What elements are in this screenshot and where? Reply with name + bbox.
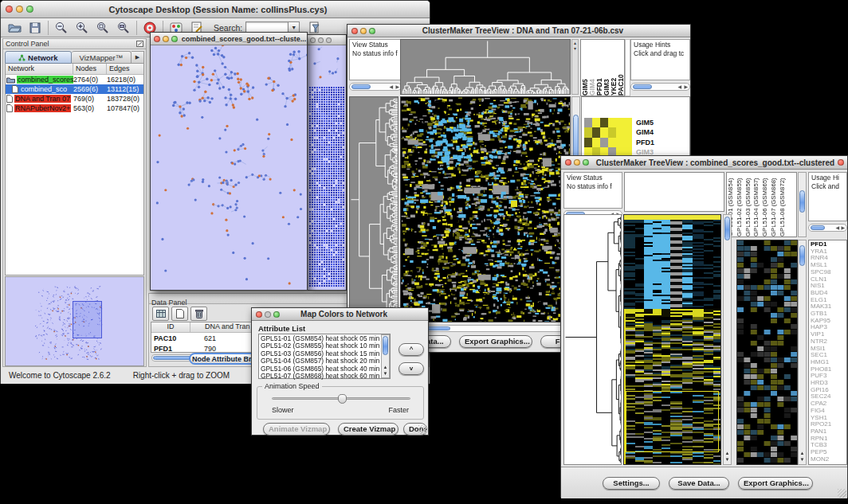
move-up-button[interactable]: ^ <box>398 343 424 356</box>
zoom-selected-icon[interactable] <box>92 19 113 37</box>
matrix-cell[interactable] <box>592 138 600 147</box>
matrix-cell[interactable] <box>616 127 624 137</box>
expression-heatmap-canvas[interactable] <box>624 215 720 464</box>
row-dendrogram-canvas[interactable] <box>350 97 398 322</box>
settings-button[interactable]: Settings... <box>603 477 660 490</box>
close-button[interactable] <box>310 37 316 43</box>
matrix-cell[interactable] <box>600 138 608 147</box>
id-column-header[interactable]: ID <box>151 322 190 332</box>
float-panel-icon[interactable] <box>136 41 143 47</box>
tab-network[interactable]: Network <box>5 51 72 64</box>
matrix-cell[interactable] <box>624 127 632 137</box>
minimize-button[interactable] <box>574 159 580 166</box>
usage-hints-scrollbar[interactable]: ◀▶ <box>630 83 690 91</box>
column-label[interactable]: GPL51-03 (GSM856) <box>744 173 753 236</box>
matrix-cell[interactable] <box>616 118 624 127</box>
column-label[interactable]: GIM3 <box>603 51 610 96</box>
column-dendro-scroll-arrows[interactable]: ▴▾ <box>571 39 579 95</box>
close-button[interactable] <box>351 28 358 34</box>
column-label[interactable]: GPL51-07 (GSM868) <box>770 173 779 236</box>
zoom-button[interactable] <box>326 37 332 43</box>
tab-overflow-button[interactable]: ▶ <box>132 51 144 64</box>
matrix-cell[interactable] <box>608 127 616 137</box>
gene-label[interactable]: PFD1 <box>636 138 658 147</box>
column-label[interactable]: GIM4 <box>588 51 595 96</box>
column-label[interactable]: PFD1 <box>595 51 603 96</box>
close-button[interactable] <box>154 36 160 42</box>
close-button[interactable] <box>256 311 262 318</box>
attribute-list-scrollbar[interactable]: ▲▼ <box>381 334 390 378</box>
save-session-button[interactable] <box>25 19 45 37</box>
zoom-button[interactable] <box>369 28 375 34</box>
correlation-heatmap-canvas[interactable] <box>401 97 570 322</box>
matrix-cell[interactable] <box>584 138 592 147</box>
open-session-button[interactable] <box>4 19 25 37</box>
zoom-button[interactable] <box>583 159 589 166</box>
column-label[interactable]: GIM5 <box>581 51 588 96</box>
column-labels-scrollbar[interactable] <box>798 172 807 237</box>
network-overview-canvas[interactable] <box>6 277 143 365</box>
matrix-cell[interactable] <box>608 118 616 127</box>
matrix-cell[interactable] <box>600 127 608 137</box>
resize-grip[interactable] <box>418 425 427 434</box>
matrix-cell[interactable] <box>592 118 600 127</box>
export-graphics-button[interactable]: Export Graphics... <box>459 335 532 348</box>
close-button[interactable] <box>565 159 571 166</box>
close-button[interactable] <box>6 6 13 13</box>
table-mode-icon[interactable] <box>152 307 169 321</box>
gene-label[interactable]: GIM4 <box>636 127 658 137</box>
matrix-cell[interactable] <box>592 127 600 137</box>
grid-network-canvas[interactable] <box>308 45 346 290</box>
minimize-button[interactable] <box>265 311 271 318</box>
matrix-cell[interactable] <box>584 127 592 137</box>
delete-attribute-trash-icon[interactable] <box>190 307 207 321</box>
export-graphics-button[interactable]: Export Graphics... <box>738 477 813 490</box>
column-label[interactable]: GPL51-02 (GSM855) <box>736 173 744 236</box>
col-header-edges[interactable]: Edges <box>107 64 143 74</box>
matrix-cell[interactable] <box>624 118 632 127</box>
network-list-item[interactable]: DNA and Tran 07769(0)183728(0) <box>6 94 143 104</box>
tab-vizmapper[interactable]: VizMapper™ <box>72 51 132 64</box>
heatmap-vscrollbar[interactable]: ▲▼ <box>723 214 732 465</box>
minimize-button[interactable] <box>318 37 324 43</box>
minimize-button[interactable] <box>16 6 23 13</box>
minimize-button[interactable] <box>163 36 169 42</box>
matrix-cell[interactable] <box>624 138 632 147</box>
matrix-cell[interactable] <box>584 118 592 127</box>
network-list-item[interactable]: combined_sco2569(6)13112(15) <box>6 84 143 94</box>
network-canvas[interactable] <box>151 45 307 290</box>
column-dendrogram-canvas[interactable] <box>401 40 570 94</box>
matrix-cell[interactable] <box>616 138 624 147</box>
background-window-close-button[interactable] <box>838 159 844 166</box>
column-label[interactable]: YKE2 <box>610 51 617 96</box>
column-label[interactable]: GPL51-06 (GSM865) <box>761 173 770 236</box>
matrix-cell[interactable] <box>608 138 616 147</box>
usage-hints-scrollbar[interactable]: ◀▶ <box>808 224 847 232</box>
resize-grip[interactable] <box>838 489 846 498</box>
move-down-button[interactable]: v <box>398 362 424 375</box>
create-vizmap-button[interactable]: Create Vizmap <box>338 423 398 436</box>
col-header-nodes[interactable]: Nodes <box>73 64 107 74</box>
zoom-button[interactable] <box>26 6 33 13</box>
column-label[interactable]: GPL51-04 (GSM857) <box>752 173 761 236</box>
animate-vizmap-button[interactable]: Animate Vizmap <box>263 423 330 436</box>
gene-label[interactable]: MON2 <box>811 456 845 463</box>
col-header-network[interactable]: Network <box>6 64 73 74</box>
animation-speed-slider[interactable] <box>272 397 410 400</box>
gene-label[interactable]: GIM5 <box>636 118 658 127</box>
zoom-fit-icon[interactable] <box>113 19 134 37</box>
attribute-list-item[interactable]: GPL51-07 (GSM868) heat shock 60 min <box>261 373 388 380</box>
column-label[interactable]: GPL51-08 (GSM872) <box>779 173 787 236</box>
network-list-item[interactable]: combined_scores2764(0)16218(0) <box>6 75 143 84</box>
gene-dendrogram-canvas[interactable] <box>564 215 621 464</box>
zoom-out-icon[interactable] <box>51 19 72 37</box>
gene-list-scrollbar[interactable]: ▲▼ <box>798 240 807 465</box>
column-label[interactable]: PAC10 <box>617 51 624 96</box>
matrix-cell[interactable] <box>600 118 608 127</box>
slider-handle[interactable] <box>338 394 347 404</box>
save-data-button[interactable]: Save Data... <box>669 477 729 490</box>
view-status-scrollbar[interactable]: ◀▶ <box>349 83 402 91</box>
secondary-heatmap-canvas[interactable] <box>737 240 797 464</box>
zoom-button[interactable] <box>171 36 178 42</box>
zoom-in-icon[interactable] <box>72 19 92 37</box>
